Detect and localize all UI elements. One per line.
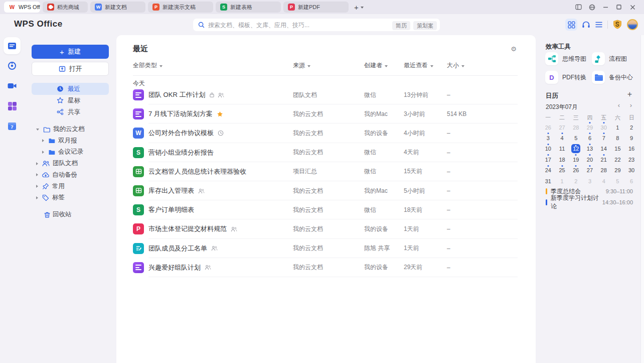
calendar-day[interactable]: 20 [583, 154, 597, 165]
tab-shop[interactable]: 稻壳商城 [43, 2, 88, 13]
calendar-day[interactable]: 1 [555, 176, 569, 186]
rail-item-apps[interactable] [4, 97, 21, 114]
file-row[interactable]: 库存出入管理表我的云文档我的Mac5小时前– [116, 181, 536, 200]
calendar-day[interactable]: 27 [583, 165, 597, 176]
calendar-day[interactable]: 2 [624, 122, 638, 133]
calendar-day[interactable]: 8 [611, 133, 625, 143]
search-tag-chip[interactable]: 简历 [392, 21, 410, 30]
file-row[interactable]: 兴趣爱好组队计划我的云文档我的设备29天前– [116, 258, 536, 277]
rail-item-calendar[interactable]: 7 [4, 117, 21, 135]
calendar-day[interactable]: 17 [541, 154, 555, 165]
search-box[interactable]: 简历策划案 [193, 19, 440, 31]
calendar-add-icon[interactable]: + [627, 90, 632, 99]
file-row[interactable]: 团队成员及分工名单我的云文档陈旭 共享1天前– [116, 239, 536, 258]
tab-pdf[interactable]: P新建PDF [283, 2, 349, 13]
sidebar-item-recent[interactable]: 最近 [32, 83, 109, 95]
calendar-day[interactable]: 15 [611, 144, 625, 154]
sidebar-tree-item[interactable]: 会议记录 [32, 146, 109, 158]
maximize-icon[interactable] [615, 4, 622, 11]
tool-pdf-convert[interactable]: DPDF转换 [545, 71, 586, 84]
sidebar-tree-item[interactable]: 团队文档 [32, 158, 109, 169]
file-row[interactable]: 团队 OKR 工作计划团队文档微信13分钟前– [116, 85, 536, 104]
sidebar-tree-item[interactable]: 标签 [32, 192, 109, 203]
calendar-day[interactable]: 11 [555, 144, 569, 154]
calendar-day[interactable]: 21 [597, 154, 611, 165]
sidebar-item-shared[interactable]: 共享 [32, 106, 109, 118]
tool-flowchart[interactable]: 流程图 [592, 52, 627, 65]
file-row[interactable]: S营销小组业绩分析报告我的云文档微信4天前– [116, 143, 536, 162]
file-row[interactable]: W公司对外合作协议模板我的云文档我的设备4小时前– [116, 124, 536, 143]
calendar-day[interactable]: 4 [597, 176, 611, 186]
calendar-day[interactable]: 6 [583, 133, 597, 143]
sidebar-tree-item[interactable]: 常用 [32, 181, 109, 192]
member-shield-icon[interactable] [612, 20, 622, 30]
tab-list-chevron-icon[interactable] [361, 7, 364, 9]
new-document-button[interactable]: +新建 [32, 45, 109, 59]
calendar-day[interactable]: 3 [541, 133, 555, 143]
search-input[interactable] [208, 22, 389, 29]
globe-icon[interactable] [588, 4, 595, 11]
calendar-day[interactable]: 12 [569, 144, 583, 154]
tab-ppt[interactable]: P新建演示文稿 [148, 2, 213, 13]
filter-2[interactable]: 创建者 [364, 61, 388, 70]
calendar-next-icon[interactable]: › [630, 101, 632, 109]
user-avatar[interactable] [627, 19, 638, 30]
calendar-day[interactable]: 23 [624, 154, 638, 165]
search-tag-chip[interactable]: 策划案 [413, 21, 437, 30]
sidebar-tree-item[interactable]: 我的云文档 [32, 124, 109, 135]
apps-grid-icon[interactable] [565, 19, 577, 31]
new-tab-button[interactable]: + [354, 3, 359, 12]
calendar-day[interactable]: 18 [555, 154, 569, 165]
tree-caret-icon[interactable] [42, 151, 44, 154]
filter-1[interactable]: 来源 [293, 61, 310, 70]
calendar-day[interactable]: 31 [541, 176, 555, 186]
calendar-day[interactable]: 2 [569, 176, 583, 186]
calendar-day[interactable]: 3 [583, 176, 597, 186]
settings-gear-icon[interactable]: ⚙ [511, 45, 517, 53]
sidebar-item-starred[interactable]: 星标 [32, 94, 109, 106]
open-file-button[interactable]: 打开 [32, 62, 109, 76]
rail-item-tasks[interactable] [4, 57, 21, 74]
tree-caret-icon[interactable] [36, 196, 38, 199]
calendar-day[interactable]: 13 [583, 144, 597, 154]
calendar-day[interactable]: 14 [597, 144, 611, 154]
support-headset-icon[interactable] [582, 21, 590, 29]
calendar-day[interactable]: 24 [541, 165, 555, 176]
file-row[interactable]: 7 月线下活动策划方案我的云文档我的Mac3小时前514 KB [116, 104, 536, 124]
tool-backup[interactable]: 备份中心 [592, 71, 633, 84]
rail-item-meeting[interactable] [4, 77, 21, 94]
sidebar-tree-item[interactable]: 自动备份 [32, 169, 109, 181]
calendar-day[interactable]: 9 [624, 133, 638, 143]
file-row[interactable]: S客户订单明细表我的云文档微信18天前– [116, 200, 536, 219]
tab-wps[interactable]: WWPS Office [4, 2, 40, 13]
tool-mindmap[interactable]: 思维导图 [545, 52, 586, 65]
tab-sheet[interactable]: S新建表格 [216, 2, 281, 13]
menu-icon[interactable] [595, 21, 603, 28]
calendar-day[interactable]: 10 [541, 144, 555, 154]
filter-4[interactable]: 大小 [447, 61, 464, 70]
filter-0[interactable]: 全部类型 [133, 61, 163, 70]
close-icon[interactable] [629, 4, 636, 11]
tree-caret-icon[interactable] [36, 129, 39, 131]
sidebar-item-trash[interactable]: 回收站 [32, 209, 109, 220]
tree-caret-icon[interactable] [36, 185, 38, 188]
calendar-day[interactable]: 29 [611, 165, 625, 176]
calendar-day[interactable]: 19 [569, 154, 583, 165]
file-row[interactable]: P市场主体登记提交材料规范我的云文档我的设备1天前– [116, 219, 536, 238]
calendar-event[interactable]: 新季度学习计划讨论14:30–16:00 [546, 197, 633, 208]
file-row[interactable]: 云文档管人员信息统计表理器验收项目汇总微信15天前– [116, 162, 536, 181]
calendar-day[interactable]: 25 [555, 165, 569, 176]
tree-caret-icon[interactable] [42, 139, 44, 142]
calendar-day[interactable]: 6 [624, 176, 638, 186]
calendar-day[interactable]: 28 [569, 122, 583, 133]
rail-item-documents[interactable] [4, 37, 21, 54]
tree-caret-icon[interactable] [36, 162, 38, 165]
sidebar-toggle-icon[interactable] [575, 4, 582, 11]
filter-3[interactable]: 最近查看 [404, 61, 433, 70]
calendar-day[interactable]: 22 [611, 154, 625, 165]
minimize-icon[interactable] [602, 4, 609, 11]
calendar-day[interactable]: 5 [569, 133, 583, 143]
calendar-day[interactable]: 1 [611, 122, 625, 133]
calendar-day[interactable]: 27 [555, 122, 569, 133]
calendar-prev-icon[interactable]: ‹ [618, 101, 620, 109]
